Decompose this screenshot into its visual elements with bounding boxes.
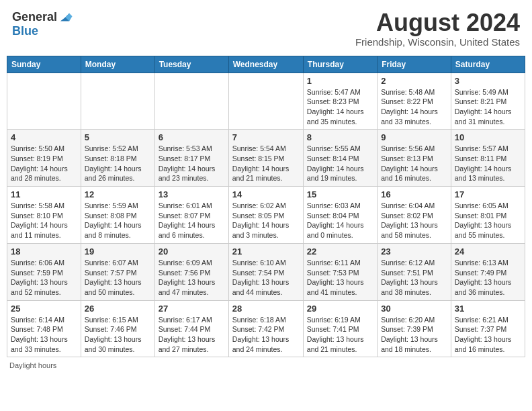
table-row [228, 73, 303, 130]
title-section: August 2024 Friendship, Wisconsin, Unite… [355, 9, 520, 48]
day-info: Sunrise: 6:14 AMSunset: 7:48 PMDaylight:… [11, 315, 77, 355]
table-row: 15Sunrise: 6:03 AMSunset: 8:04 PMDayligh… [303, 187, 377, 244]
day-number: 19 [85, 246, 151, 257]
day-number: 14 [232, 189, 300, 199]
calendar-week-row: 4Sunrise: 5:50 AMSunset: 8:19 PMDaylight… [7, 130, 525, 187]
logo-icon [58, 9, 73, 24]
day-number: 21 [232, 246, 300, 257]
day-info: Sunrise: 5:48 AMSunset: 8:22 PMDaylight:… [381, 87, 447, 127]
table-row: 21Sunrise: 6:10 AMSunset: 7:54 PMDayligh… [228, 243, 303, 300]
day-number: 8 [307, 132, 373, 142]
day-info: Sunrise: 6:19 AMSunset: 7:41 PMDaylight:… [307, 315, 373, 355]
calendar-week-row: 11Sunrise: 5:58 AMSunset: 8:10 PMDayligh… [7, 187, 525, 244]
day-info: Sunrise: 5:56 AMSunset: 8:13 PMDaylight:… [381, 144, 447, 183]
calendar-table: Sunday Monday Tuesday Wednesday Thursday… [7, 56, 525, 358]
day-info: Sunrise: 6:17 AMSunset: 7:44 PMDaylight:… [159, 315, 225, 355]
day-info: Sunrise: 6:01 AMSunset: 8:07 PMDaylight:… [159, 201, 225, 240]
table-row [81, 73, 154, 130]
day-number: 2 [381, 76, 447, 86]
table-row: 7Sunrise: 5:54 AMSunset: 8:15 PMDaylight… [228, 130, 303, 187]
day-number: 26 [85, 304, 151, 314]
day-number: 5 [85, 132, 151, 142]
day-info: Sunrise: 6:12 AMSunset: 7:51 PMDaylight:… [381, 258, 447, 298]
table-row [154, 73, 228, 130]
day-info: Sunrise: 5:54 AMSunset: 8:15 PMDaylight:… [232, 144, 300, 183]
month-title: August 2024 [355, 9, 520, 36]
calendar-week-row: 1Sunrise: 5:47 AMSunset: 8:23 PMDaylight… [7, 73, 525, 130]
day-info: Sunrise: 6:06 AMSunset: 7:59 PMDaylight:… [11, 258, 77, 298]
col-monday: Monday [81, 56, 154, 73]
footer-note: Daylight hours [7, 361, 525, 369]
calendar-week-row: 25Sunrise: 6:14 AMSunset: 7:48 PMDayligh… [7, 300, 525, 357]
day-number: 15 [307, 189, 373, 199]
day-number: 17 [455, 189, 521, 199]
day-number: 30 [381, 304, 447, 314]
table-row: 20Sunrise: 6:09 AMSunset: 7:56 PMDayligh… [154, 243, 228, 300]
day-info: Sunrise: 5:59 AMSunset: 8:08 PMDaylight:… [85, 201, 151, 240]
col-sunday: Sunday [7, 56, 81, 73]
day-number: 25 [11, 304, 77, 314]
day-info: Sunrise: 5:58 AMSunset: 8:10 PMDaylight:… [11, 201, 77, 240]
day-number: 4 [11, 132, 77, 142]
day-info: Sunrise: 6:21 AMSunset: 7:37 PMDaylight:… [455, 315, 521, 355]
table-row: 22Sunrise: 6:11 AMSunset: 7:53 PMDayligh… [303, 243, 377, 300]
page-header: General Blue August 2024 Friendship, Wis… [7, 7, 525, 50]
table-row: 17Sunrise: 6:05 AMSunset: 8:01 PMDayligh… [451, 187, 525, 244]
day-info: Sunrise: 5:53 AMSunset: 8:17 PMDaylight:… [159, 144, 225, 183]
table-row: 14Sunrise: 6:02 AMSunset: 8:05 PMDayligh… [228, 187, 303, 244]
location-title: Friendship, Wisconsin, United States [355, 36, 520, 48]
day-number: 1 [307, 76, 373, 86]
day-info: Sunrise: 5:47 AMSunset: 8:23 PMDaylight:… [307, 87, 373, 127]
table-row: 29Sunrise: 6:19 AMSunset: 7:41 PMDayligh… [303, 300, 377, 357]
table-row: 9Sunrise: 5:56 AMSunset: 8:13 PMDaylight… [378, 130, 451, 187]
table-row: 19Sunrise: 6:07 AMSunset: 7:57 PMDayligh… [81, 243, 154, 300]
day-info: Sunrise: 6:20 AMSunset: 7:39 PMDaylight:… [381, 315, 447, 355]
table-row: 26Sunrise: 6:15 AMSunset: 7:46 PMDayligh… [81, 300, 154, 357]
day-number: 11 [11, 189, 77, 199]
col-wednesday: Wednesday [228, 56, 303, 73]
day-info: Sunrise: 6:02 AMSunset: 8:05 PMDaylight:… [232, 201, 300, 240]
day-number: 3 [455, 76, 521, 86]
table-row: 4Sunrise: 5:50 AMSunset: 8:19 PMDaylight… [7, 130, 81, 187]
table-row [7, 73, 81, 130]
col-thursday: Thursday [303, 56, 377, 73]
table-row: 31Sunrise: 6:21 AMSunset: 7:37 PMDayligh… [451, 300, 525, 357]
table-row: 30Sunrise: 6:20 AMSunset: 7:39 PMDayligh… [378, 300, 451, 357]
table-row: 8Sunrise: 5:55 AMSunset: 8:14 PMDaylight… [303, 130, 377, 187]
day-number: 29 [307, 304, 373, 314]
table-row: 3Sunrise: 5:49 AMSunset: 8:21 PMDaylight… [451, 73, 525, 130]
table-row: 11Sunrise: 5:58 AMSunset: 8:10 PMDayligh… [7, 187, 81, 244]
table-row: 24Sunrise: 6:13 AMSunset: 7:49 PMDayligh… [451, 243, 525, 300]
table-row: 13Sunrise: 6:01 AMSunset: 8:07 PMDayligh… [154, 187, 228, 244]
table-row: 6Sunrise: 5:53 AMSunset: 8:17 PMDaylight… [154, 130, 228, 187]
day-number: 18 [11, 246, 77, 257]
day-info: Sunrise: 6:11 AMSunset: 7:53 PMDaylight:… [307, 258, 373, 298]
day-info: Sunrise: 6:04 AMSunset: 8:02 PMDaylight:… [381, 201, 447, 240]
day-number: 27 [159, 304, 225, 314]
day-number: 7 [232, 132, 300, 142]
day-info: Sunrise: 6:13 AMSunset: 7:49 PMDaylight:… [455, 258, 521, 298]
col-saturday: Saturday [451, 56, 525, 73]
table-row: 16Sunrise: 6:04 AMSunset: 8:02 PMDayligh… [378, 187, 451, 244]
col-tuesday: Tuesday [154, 56, 228, 73]
day-number: 9 [381, 132, 447, 142]
col-friday: Friday [378, 56, 451, 73]
day-info: Sunrise: 6:03 AMSunset: 8:04 PMDaylight:… [307, 201, 373, 240]
calendar-header-row: Sunday Monday Tuesday Wednesday Thursday… [7, 56, 525, 73]
table-row: 23Sunrise: 6:12 AMSunset: 7:51 PMDayligh… [378, 243, 451, 300]
table-row: 2Sunrise: 5:48 AMSunset: 8:22 PMDaylight… [378, 73, 451, 130]
table-row: 27Sunrise: 6:17 AMSunset: 7:44 PMDayligh… [154, 300, 228, 357]
day-info: Sunrise: 6:05 AMSunset: 8:01 PMDaylight:… [455, 201, 521, 240]
day-number: 13 [159, 189, 225, 199]
day-info: Sunrise: 6:10 AMSunset: 7:54 PMDaylight:… [232, 258, 300, 298]
day-info: Sunrise: 5:52 AMSunset: 8:18 PMDaylight:… [85, 144, 151, 183]
logo: General Blue [12, 9, 73, 38]
day-number: 22 [307, 246, 373, 257]
day-info: Sunrise: 6:09 AMSunset: 7:56 PMDaylight:… [159, 258, 225, 298]
day-number: 20 [159, 246, 225, 257]
table-row: 18Sunrise: 6:06 AMSunset: 7:59 PMDayligh… [7, 243, 81, 300]
day-info: Sunrise: 5:55 AMSunset: 8:14 PMDaylight:… [307, 144, 373, 183]
day-number: 24 [455, 246, 521, 257]
day-number: 31 [455, 304, 521, 314]
day-info: Sunrise: 5:50 AMSunset: 8:19 PMDaylight:… [11, 144, 77, 183]
